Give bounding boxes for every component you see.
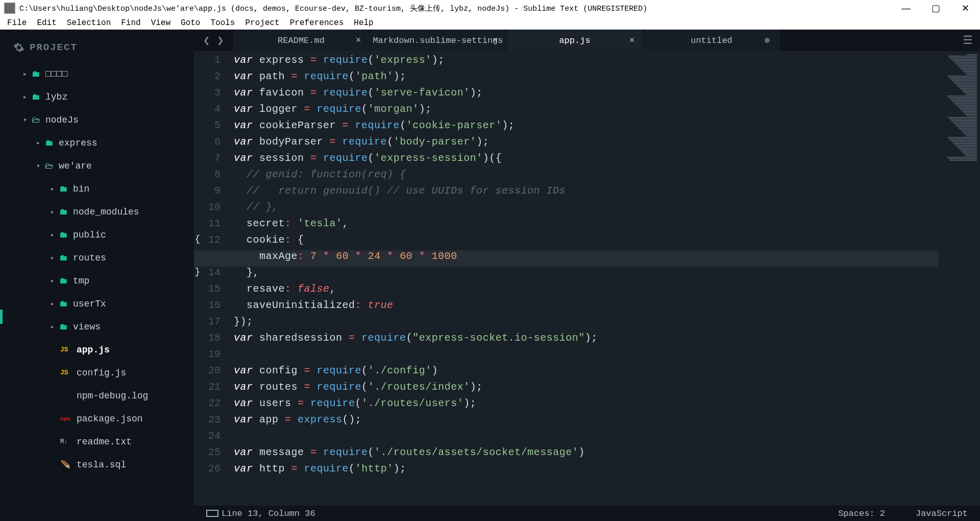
tab-label: untitled — [691, 36, 732, 45]
tab-app-js[interactable]: app.js× — [507, 30, 644, 51]
menu-find[interactable]: Find — [116, 17, 145, 29]
tree-folder-bin[interactable]: ▸🖿bin — [0, 177, 194, 200]
code-line[interactable]: var favicon = require('serve-favicon'); — [234, 87, 483, 99]
code-line[interactable]: var sharedsession = require("express-soc… — [234, 332, 598, 344]
code-line[interactable]: maxAge: 7 * 60 * 24 * 60 * 1000 — [234, 250, 457, 262]
code-line[interactable]: // }, — [234, 201, 279, 213]
minimap-line — [963, 152, 977, 153]
tree-file-app-js[interactable]: JSapp.js — [0, 338, 194, 361]
nav-forward-icon[interactable]: ❯ — [217, 34, 224, 48]
tree-folder-we-are[interactable]: ▾🗁we'are — [0, 154, 194, 177]
line-number: 23 — [194, 414, 220, 425]
tree-item-label: config.js — [77, 368, 126, 378]
chevron-right-icon: ▸ — [48, 230, 57, 239]
close-icon[interactable]: × — [493, 35, 498, 45]
minimap-line — [957, 146, 977, 147]
tab-untitled[interactable]: untitled — [644, 30, 780, 51]
code-line[interactable]: var app = express(); — [234, 414, 361, 425]
hamburger-icon[interactable]: ☰ — [955, 30, 980, 51]
tree-file-package-json[interactable]: npmpackage.json — [0, 407, 194, 430]
tree-folder-views[interactable]: ▸🖿views — [0, 315, 194, 338]
chevron-right-icon: ▸ — [48, 299, 57, 308]
menu-view[interactable]: View — [146, 17, 176, 29]
tree-folder-express[interactable]: ▸🖿express — [0, 131, 194, 154]
tree-item-label: tmp — [73, 276, 89, 286]
panel-icon[interactable] — [206, 510, 215, 517]
tree-folder-routes[interactable]: ▸🖿routes — [0, 246, 194, 269]
minimap-line — [954, 103, 977, 104]
tree-file-npm-debug-log[interactable]: npm-debug.log — [0, 384, 194, 407]
code-line[interactable]: var cookieParser = require('cookie-parse… — [234, 120, 514, 131]
tab-readme-md[interactable]: README.md× — [233, 30, 370, 51]
code-line[interactable]: var session = require('express-session')… — [234, 152, 502, 164]
folder-icon: 🖿 — [59, 207, 68, 217]
tree-folder--[interactable]: ▸🖿□□□□ — [0, 62, 194, 85]
minimap-line — [957, 65, 977, 66]
line-number: 15 — [194, 283, 220, 295]
menu-project[interactable]: Project — [240, 17, 284, 29]
code-line[interactable]: }, — [234, 267, 259, 278]
code-line[interactable]: saveUninitialized: true — [234, 299, 394, 311]
close-icon[interactable]: × — [629, 35, 635, 45]
tree-folder-nodejs[interactable]: ▾🗁nodeJs — [0, 108, 194, 131]
line-number: 16 — [194, 299, 220, 311]
minimap-line — [949, 77, 977, 78]
code-line[interactable]: secret: 'tesla', — [234, 218, 349, 229]
code-line[interactable]: var path = require('path'); — [234, 70, 406, 82]
code-line[interactable]: var logger = require('morgan'); — [234, 103, 432, 115]
minimap[interactable] — [939, 51, 980, 506]
menu-file[interactable]: File — [2, 17, 32, 29]
menu-goto[interactable]: Goto — [176, 17, 205, 29]
status-lang[interactable]: JavaScript — [916, 509, 968, 518]
tree-folder-public[interactable]: ▸🖿public — [0, 223, 194, 246]
chevron-right-icon: ▸ — [48, 184, 57, 193]
fold-marker[interactable]: { — [194, 234, 201, 244]
nav-back-icon[interactable]: ❮ — [203, 34, 210, 48]
minimap-line — [957, 126, 977, 127]
tree-file-config-js[interactable]: JSconfig.js — [0, 361, 194, 384]
menu-help[interactable]: Help — [349, 17, 378, 29]
minimap-line — [948, 56, 977, 57]
code-line[interactable]: var config = require('./config') — [234, 365, 438, 376]
minimap-line — [960, 129, 977, 130]
tree-file-readme-txt[interactable]: M↓readme.txt — [0, 430, 194, 453]
code-line[interactable]: cookie: { — [234, 234, 304, 246]
tree-folder-usertx[interactable]: ▸🖿userTx — [0, 292, 194, 315]
minimize-button[interactable]: — — [891, 0, 921, 16]
close-icon[interactable]: × — [356, 35, 361, 45]
code-line[interactable]: // genid: function(req) { — [234, 169, 406, 180]
code-line[interactable]: var http = require('http'); — [234, 463, 406, 475]
minimap-line — [959, 66, 977, 67]
status-cursor[interactable]: Line 13, Column 36 — [222, 509, 315, 518]
code-line[interactable]: }); — [234, 316, 253, 327]
code-line[interactable]: var message = require('./routes/assets/s… — [234, 446, 585, 458]
tree-folder-tmp[interactable]: ▸🖿tmp — [0, 269, 194, 292]
code-line[interactable]: resave: false, — [234, 283, 336, 295]
tree-folder-lybz[interactable]: ▸🖿lybz — [0, 85, 194, 108]
line-number: 24 — [194, 430, 220, 442]
chevron-right-icon: ▸ — [48, 207, 57, 216]
close-button[interactable]: ✕ — [950, 0, 980, 16]
line-number: 26 — [194, 463, 220, 475]
maximize-button[interactable]: ▢ — [921, 0, 950, 16]
code-line[interactable]: var users = require('./routes/users'); — [234, 397, 476, 409]
tree-item-label: readme.txt — [77, 437, 132, 447]
menu-selection[interactable]: Selection — [62, 17, 116, 29]
minimap-line — [948, 97, 977, 98]
app-icon — [4, 3, 15, 14]
fold-marker[interactable]: } — [194, 267, 201, 277]
tree-folder-node-modules[interactable]: ▸🖿node_modules — [0, 200, 194, 223]
menu-edit[interactable]: Edit — [32, 17, 61, 29]
menu-preferences[interactable]: Preferences — [285, 17, 349, 29]
minimap-line — [952, 122, 977, 123]
code-line[interactable]: var routes = require('./routes/index'); — [234, 381, 483, 393]
tree-file-tesla-sql[interactable]: 🪶tesla.sql — [0, 453, 194, 476]
menu-tools[interactable]: Tools — [205, 17, 240, 29]
tab-markdown-sublime-settings[interactable]: Markdown.sublime-settings× — [370, 30, 507, 51]
code-line[interactable]: var express = require('express'); — [234, 54, 445, 66]
code-line[interactable]: var bodyParser = require('body-parser'); — [234, 136, 489, 148]
status-spaces[interactable]: Spaces: 2 — [838, 509, 885, 518]
tree-item-label: nodeJs — [45, 115, 79, 125]
code-line[interactable]: // return genuuid() // use UUIDs for ses… — [234, 185, 566, 197]
code-area[interactable]: 123456789101112{1314}1516171819202122232… — [194, 51, 980, 506]
